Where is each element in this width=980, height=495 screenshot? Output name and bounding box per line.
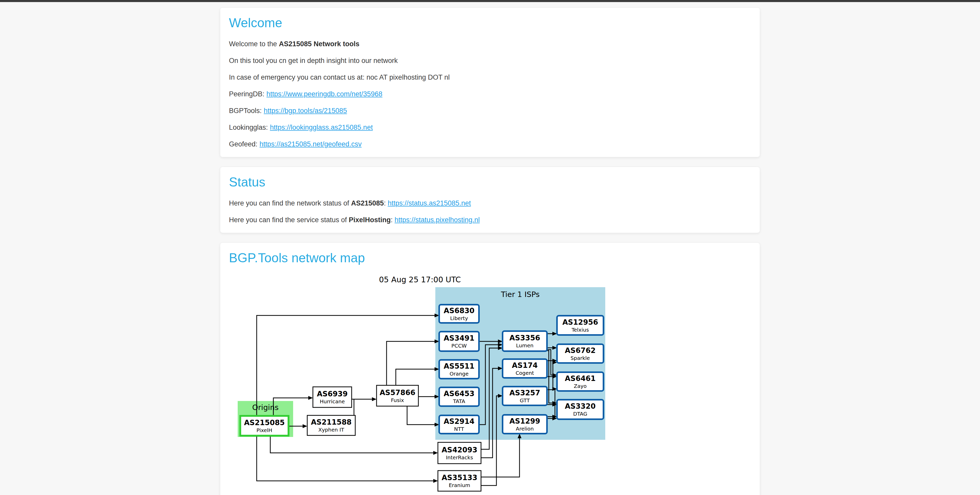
status-service-sep: :	[391, 216, 395, 224]
node-as6461: AS6461Zayo	[557, 372, 603, 391]
svg-text:PCCW: PCCW	[452, 343, 467, 349]
peeringdb-link[interactable]: https://www.peeringdb.com/net/35968	[266, 90, 382, 98]
svg-text:AS2914: AS2914	[444, 417, 475, 426]
welcome-intro-bold: AS215085 Network tools	[279, 40, 360, 48]
node-as3491: AS3491PCCW	[439, 332, 479, 351]
node-as57866: AS57866Fusix	[377, 385, 418, 406]
node-as1299: AS1299Arelion	[503, 415, 547, 434]
svg-text:Fusix: Fusix	[391, 397, 404, 403]
svg-text:Tier 1 ISPs: Tier 1 ISPs	[501, 290, 540, 299]
node-as3320: AS3320DTAG	[557, 400, 603, 419]
welcome-line-2: On this tool you cn get in depth insight…	[229, 57, 751, 65]
node-as6939: AS6939Hurricane	[313, 387, 352, 407]
svg-text:TATA: TATA	[453, 398, 465, 404]
status-network-row: Here you can find the network status of …	[229, 200, 751, 207]
svg-text:AS5511: AS5511	[444, 362, 475, 370]
node-as42093: AS42093InterRacks	[438, 442, 481, 464]
welcome-title: Welcome	[229, 15, 751, 30]
bgptools-link[interactable]: https://bgp.tools/as/215085	[264, 107, 347, 115]
welcome-intro-prefix: Welcome to the	[229, 40, 279, 48]
svg-text:AS174: AS174	[512, 361, 538, 370]
node-as215085: AS215085PixelH	[240, 416, 288, 436]
svg-text:Zayo: Zayo	[574, 383, 587, 389]
node-as3257: AS3257GTT	[503, 386, 547, 406]
svg-text:Orange: Orange	[450, 370, 469, 377]
svg-text:InterRacks: InterRacks	[446, 454, 473, 461]
svg-text:NTT: NTT	[454, 426, 465, 432]
svg-text:AS215085: AS215085	[244, 418, 285, 427]
svg-text:DTAG: DTAG	[573, 411, 587, 417]
welcome-intro: Welcome to the AS215085 Network tools	[229, 40, 751, 48]
svg-text:Eranium: Eranium	[449, 482, 470, 488]
card-welcome: Welcome Welcome to the AS215085 Network …	[220, 8, 760, 157]
node-as35133: AS35133Eranium	[438, 471, 481, 491]
card-bgp-map: BGP.Tools network map 05 Aug 25 17:00 UT…	[220, 243, 760, 495]
node-as2914: AS2914NTT	[439, 415, 479, 434]
svg-text:AS6762: AS6762	[565, 346, 596, 355]
svg-text:Liberty: Liberty	[450, 315, 468, 321]
status-network-bold: AS215085	[351, 200, 384, 207]
svg-text:PixelH: PixelH	[256, 427, 272, 433]
bgp-network-map: Tier 1 ISPsOriginsAS215085PixelHAS211588…	[232, 286, 607, 495]
svg-text:AS3257: AS3257	[509, 389, 540, 397]
svg-text:AS1299: AS1299	[509, 417, 540, 425]
svg-text:AS3356: AS3356	[509, 334, 540, 342]
status-network-link[interactable]: https://status.as215085.net	[388, 200, 471, 207]
node-as5511: AS5511Orange	[439, 360, 479, 378]
welcome-line-3: In case of emergency you can contact us …	[229, 73, 751, 81]
svg-text:Origins: Origins	[252, 403, 279, 412]
card-status: Status Here you can find the network sta…	[220, 167, 760, 233]
status-service-link[interactable]: https://status.pixelhosting.nl	[395, 216, 480, 224]
svg-text:GTT: GTT	[520, 398, 530, 404]
svg-text:AS57866: AS57866	[380, 388, 415, 397]
svg-text:AS6461: AS6461	[565, 374, 596, 383]
svg-text:Xyphen IT: Xyphen IT	[318, 427, 344, 433]
status-service-prefix: Here you can find the service status of	[229, 216, 349, 224]
svg-text:Sparkle: Sparkle	[571, 355, 590, 361]
peeringdb-label: PeeringDB:	[229, 90, 264, 98]
svg-text:AS6939: AS6939	[317, 390, 348, 398]
bgp-map-svg: Tier 1 ISPsOriginsAS215085PixelHAS211588…	[232, 286, 607, 494]
status-network-prefix: Here you can find the network status of	[229, 200, 351, 207]
status-service-bold: PixelHosting	[349, 216, 391, 224]
top-bar	[0, 0, 980, 2]
lookingglass-label: Lookingglas:	[229, 123, 268, 131]
svg-text:AS6830: AS6830	[444, 307, 475, 315]
bgptools-row: BGPTools:https://bgp.tools/as/215085	[229, 107, 751, 115]
svg-text:AS6453: AS6453	[444, 390, 475, 398]
svg-text:AS35133: AS35133	[441, 473, 477, 482]
svg-text:AS12956: AS12956	[562, 318, 598, 326]
map-timestamp: 05 Aug 25 17:00 UTC	[232, 275, 607, 284]
geofeed-label: Geofeed:	[229, 140, 258, 148]
svg-text:AS211588: AS211588	[311, 418, 352, 426]
geofeed-row: Geofeed:https://as215085.net/geofeed.csv	[229, 140, 751, 148]
node-as3356: AS3356Lumen	[503, 331, 547, 351]
lookingglass-link[interactable]: https://lookingglass.as215085.net	[270, 123, 373, 131]
peeringdb-row: PeeringDB:https://www.peeringdb.com/net/…	[229, 90, 751, 98]
node-as6830: AS6830Liberty	[439, 305, 479, 323]
geofeed-link[interactable]: https://as215085.net/geofeed.csv	[259, 140, 362, 148]
svg-text:AS3320: AS3320	[565, 402, 596, 410]
svg-text:Hurricane: Hurricane	[320, 398, 345, 405]
svg-text:AS42093: AS42093	[441, 446, 477, 454]
svg-text:Cogent: Cogent	[515, 370, 534, 376]
status-network-sep: :	[384, 200, 388, 207]
bgptools-label: BGPTools:	[229, 107, 262, 115]
map-title: BGP.Tools network map	[229, 251, 751, 265]
node-as6762: AS6762Sparkle	[557, 344, 603, 363]
status-title: Status	[229, 175, 751, 190]
svg-text:AS3491: AS3491	[444, 334, 475, 342]
svg-text:Arelion: Arelion	[516, 426, 534, 432]
node-as211588: AS211588Xyphen IT	[307, 415, 355, 435]
svg-text:Telxius: Telxius	[571, 327, 589, 333]
node-as174: AS174Cogent	[503, 359, 547, 378]
node-as12956: AS12956Telxius	[557, 316, 603, 335]
status-service-row: Here you can find the service status of …	[229, 216, 751, 224]
lookingglass-row: Lookingglas:https://lookingglass.as21508…	[229, 123, 751, 131]
node-as6453: AS6453TATA	[439, 387, 479, 406]
svg-text:Lumen: Lumen	[516, 342, 534, 348]
